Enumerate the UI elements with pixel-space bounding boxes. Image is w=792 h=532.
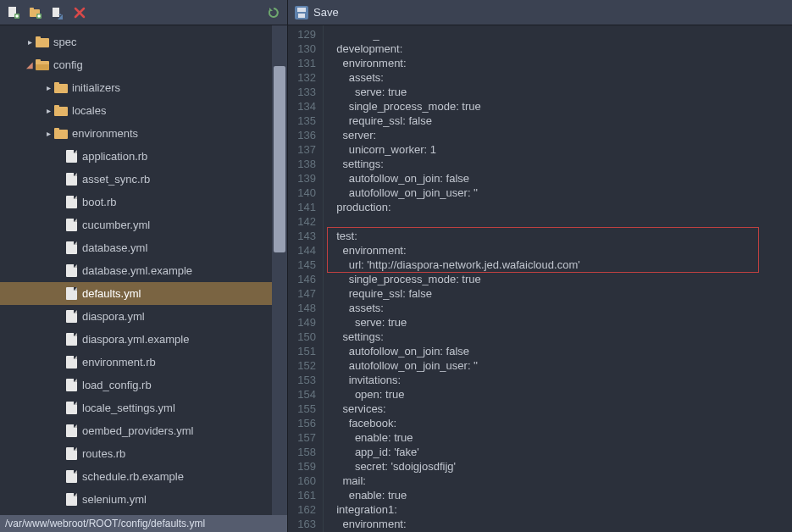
file-routes-rb[interactable]: routes.rb — [0, 442, 272, 465]
code-line[interactable]: assets: — [330, 301, 792, 315]
code-line[interactable]: url: 'http://diaspora-network.jed.wafaic… — [330, 258, 792, 272]
file-defaults-yml[interactable]: defaults.yml — [0, 282, 272, 305]
file-icon — [66, 356, 77, 369]
file-boot-rb[interactable]: boot.rb — [0, 191, 272, 213]
line-number: 151 — [288, 344, 316, 358]
code-line[interactable]: environment: — [330, 56, 792, 70]
code-line[interactable]: settings: — [330, 330, 792, 344]
line-number: 139 — [288, 171, 316, 186]
folder-icon — [36, 36, 49, 47]
save-button[interactable]: Save — [295, 6, 339, 19]
expand-triangle-icon[interactable]: ◢ — [25, 60, 34, 69]
line-gutter: 1291301311321331341351361371381391401411… — [288, 25, 324, 532]
svg-rect-8 — [38, 15, 41, 17]
code-line[interactable]: assets: — [330, 70, 792, 85]
code-line[interactable]: invitations: — [330, 373, 792, 387]
new-file-icon[interactable] — [7, 6, 20, 19]
upload-icon[interactable] — [51, 6, 64, 19]
file-icon — [66, 264, 77, 277]
tree-item-label: database.yml.example — [82, 264, 192, 277]
folder-environments[interactable]: ▸environments — [0, 122, 272, 145]
file-icon — [66, 493, 77, 506]
code-line[interactable] — [330, 214, 792, 229]
code-line[interactable]: environment: — [330, 243, 792, 258]
line-number: 153 — [288, 373, 316, 387]
file-tree[interactable]: ▸spec◢config▸initializers▸locales▸enviro… — [0, 25, 272, 515]
code-line[interactable]: autofollow_on_join_user: '' — [330, 186, 792, 200]
file-icon — [66, 424, 77, 437]
code-line[interactable]: _ — [330, 27, 792, 42]
tree-item-label: locales — [72, 104, 106, 117]
line-number: 136 — [288, 128, 316, 142]
code-line[interactable]: autofollow_on_join_user: '' — [330, 358, 792, 373]
file-tree-panel: ▸spec◢config▸initializers▸locales▸enviro… — [0, 0, 288, 532]
code-content[interactable]: _ development: environment: assets: serv… — [324, 25, 792, 532]
delete-icon[interactable] — [73, 6, 86, 19]
code-line[interactable]: facebook: — [330, 416, 792, 430]
tree-scrollbar-thumb[interactable] — [274, 66, 285, 252]
code-line[interactable]: mail: — [330, 474, 792, 488]
line-number: 148 — [288, 301, 316, 315]
tree-item-label: initializers — [72, 81, 120, 94]
code-line[interactable]: integration1: — [330, 502, 792, 517]
code-line[interactable]: require_ssl: false — [330, 114, 792, 128]
expand-triangle-icon[interactable]: ▸ — [44, 83, 53, 92]
line-number: 133 — [288, 85, 316, 99]
code-line[interactable]: serve: true — [330, 85, 792, 99]
code-line[interactable]: require_ssl: false — [330, 286, 792, 301]
tree-scrollbar[interactable] — [272, 25, 287, 515]
file-selenium-yml[interactable]: selenium.yml — [0, 488, 272, 511]
refresh-icon[interactable] — [267, 6, 280, 19]
line-number: 142 — [288, 214, 316, 229]
line-number: 149 — [288, 315, 316, 330]
new-folder-icon[interactable] — [29, 6, 42, 19]
svg-rect-5 — [30, 8, 34, 10]
code-line[interactable]: enable: true — [330, 488, 792, 502]
code-line[interactable]: serve: true — [330, 315, 792, 330]
code-line[interactable]: single_process_mode: true — [330, 272, 792, 286]
file-application-rb[interactable]: application.rb — [0, 145, 272, 168]
code-editor[interactable]: 1291301311321331341351361371381391401411… — [288, 25, 792, 532]
file-locale-settings-yml[interactable]: locale_settings.yml — [0, 396, 272, 419]
tree-item-label: environment.rb — [82, 356, 156, 369]
save-label: Save — [313, 6, 339, 19]
folder-config[interactable]: ◢config — [0, 53, 272, 76]
code-line[interactable]: autofollow_on_join: false — [330, 344, 792, 358]
code-line[interactable]: unicorn_worker: 1 — [330, 142, 792, 157]
expand-triangle-icon[interactable]: ▸ — [44, 129, 53, 138]
code-line[interactable]: test: — [330, 229, 792, 243]
line-number: 152 — [288, 358, 316, 373]
file-schedule-rb-example[interactable]: schedule.rb.example — [0, 465, 272, 488]
code-line[interactable]: single_process_mode: true — [330, 99, 792, 114]
file-database-yml-example[interactable]: database.yml.example — [0, 259, 272, 282]
code-line[interactable]: services: — [330, 402, 792, 416]
code-line[interactable]: autofollow_on_join: false — [330, 171, 792, 186]
code-line[interactable]: environment: — [330, 517, 792, 531]
file-database-yml[interactable]: database.yml — [0, 236, 272, 259]
line-number: 144 — [288, 243, 316, 258]
code-line[interactable]: open: true — [330, 387, 792, 402]
code-line[interactable]: settings: — [330, 157, 792, 171]
file-cucumber-yml[interactable]: cucumber.yml — [0, 213, 272, 236]
file-asset-sync-rb[interactable]: asset_sync.rb — [0, 168, 272, 191]
expand-triangle-icon[interactable]: ▸ — [44, 106, 53, 115]
folder-locales[interactable]: ▸locales — [0, 99, 272, 122]
expand-triangle-icon[interactable]: ▸ — [25, 37, 34, 47]
file-environment-rb[interactable]: environment.rb — [0, 351, 272, 374]
folder-spec[interactable]: ▸spec — [0, 30, 272, 53]
line-number: 159 — [288, 459, 316, 474]
code-line[interactable]: server: — [330, 128, 792, 142]
file-diaspora-yml-example[interactable]: diaspora.yml.example — [0, 328, 272, 351]
file-oembed-providers-yml[interactable]: oembed_providers.yml — [0, 419, 272, 442]
file-icon — [66, 241, 77, 254]
code-line[interactable]: enable: true — [330, 430, 792, 445]
file-load-config-rb[interactable]: load_config.rb — [0, 374, 272, 396]
line-number: 134 — [288, 99, 316, 114]
folder-initializers[interactable]: ▸initializers — [0, 76, 272, 99]
code-line[interactable]: production: — [330, 200, 792, 214]
code-line[interactable]: app_id: 'fake' — [330, 445, 792, 459]
folder-icon — [36, 59, 49, 70]
file-diaspora-yml[interactable]: diaspora.yml — [0, 305, 272, 328]
code-line[interactable]: development: — [330, 42, 792, 56]
code-line[interactable]: secret: 'sdoigjosdfijg' — [330, 459, 792, 474]
